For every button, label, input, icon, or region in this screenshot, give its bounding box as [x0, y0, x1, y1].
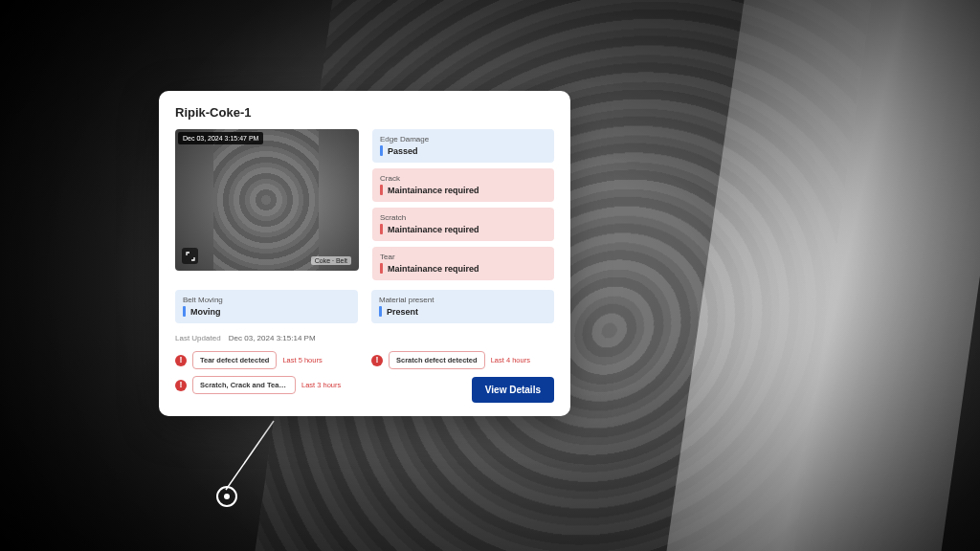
alert-time: Last 4 hours — [491, 356, 530, 364]
alert-time: Last 5 hours — [282, 356, 322, 364]
status-material-present: Material present Present — [371, 290, 554, 323]
status-indicator-bar — [379, 306, 382, 317]
warning-icon: ! — [175, 380, 187, 391]
status-label: Crack — [380, 174, 546, 183]
status-label: Edge Damage — [380, 135, 546, 143]
alerts-column-right: ! Scratch defect detected Last 4 hours — [371, 351, 554, 369]
last-updated-label: Last Updated — [175, 334, 221, 342]
status-value-text: Maintainance required — [388, 225, 479, 234]
status-indicator-bar — [380, 145, 383, 156]
status-scratch: Scratch Maintainance required — [372, 208, 554, 241]
warning-icon: ! — [175, 355, 187, 366]
last-updated-value: Dec 03, 2024 3:15:14 PM — [229, 334, 316, 342]
status-indicator-bar — [380, 224, 383, 234]
status-indicator-bar — [183, 306, 186, 317]
status-label: Scratch — [380, 213, 546, 222]
status-indicator-bar — [380, 263, 383, 274]
status-label: Tear — [380, 253, 546, 261]
view-details-button[interactable]: View Details — [472, 377, 554, 403]
alert-item: ! Scratch defect detected Last 4 hours — [371, 351, 554, 369]
camera-thumbnail[interactable]: Dec 03, 2024 3:15:47 PM Coke · Belt — [175, 129, 359, 271]
thumbnail-timestamp: Dec 03, 2024 3:15:47 PM — [178, 132, 263, 144]
warning-icon: ! — [371, 355, 383, 366]
status-tear: Tear Maintainance required — [372, 247, 554, 280]
alert-text[interactable]: Scratch defect detected — [389, 351, 485, 369]
alerts-column-left: ! Tear defect detected Last 5 hours ! Sc… — [175, 351, 358, 403]
expand-icon[interactable] — [182, 248, 198, 264]
status-value-text: Present — [387, 307, 418, 317]
status-value-text: Passed — [388, 146, 418, 156]
status-label: Material present — [379, 296, 546, 304]
camera-title: Ripik-Coke-1 — [175, 105, 554, 120]
alert-text[interactable]: Tear defect detected — [192, 351, 277, 369]
status-value-text: Maintainance required — [388, 186, 479, 195]
thumbnail-caption: Coke · Belt — [311, 256, 351, 265]
last-updated: Last Updated Dec 03, 2024 3:15:14 PM — [175, 334, 554, 342]
status-value-text: Moving — [190, 307, 221, 317]
callout-anchor-dot — [216, 486, 237, 507]
status-value-text: Maintainance required — [388, 264, 479, 274]
status-edge-damage: Edge Damage Passed — [372, 129, 554, 163]
alert-time: Last 3 hours — [301, 381, 341, 389]
alert-item: ! Scratch, Crack and Tear defect... Last… — [175, 376, 358, 394]
alert-item: ! Tear defect detected Last 5 hours — [175, 351, 358, 369]
status-indicator-bar — [380, 185, 383, 195]
status-label: Belt Moving — [183, 296, 350, 304]
camera-detail-card: Ripik-Coke-1 Dec 03, 2024 3:15:47 PM Cok… — [159, 91, 570, 416]
status-belt-moving: Belt Moving Moving — [175, 290, 358, 323]
status-crack: Crack Maintainance required — [372, 168, 554, 202]
alert-text[interactable]: Scratch, Crack and Tear defect... — [192, 376, 296, 394]
